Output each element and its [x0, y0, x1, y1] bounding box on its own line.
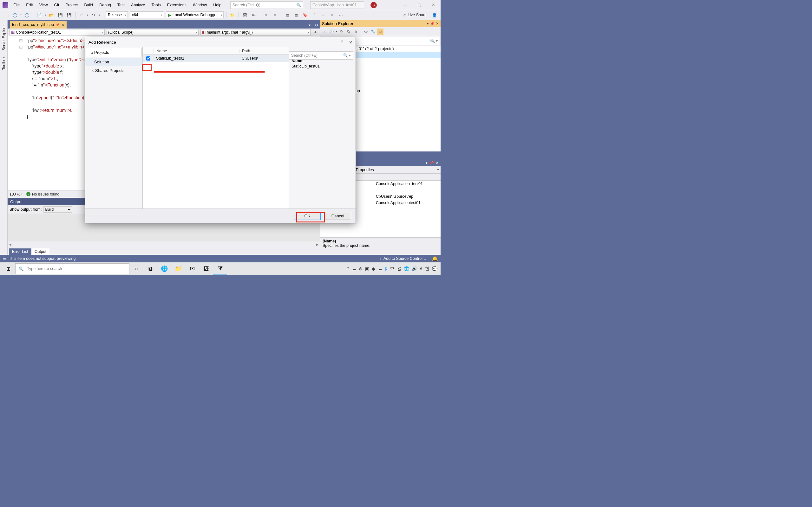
tray-action-icon[interactable]: 💬	[432, 266, 438, 271]
zoom-dropdown[interactable]: 100 % ▾	[9, 192, 22, 196]
minimize-button[interactable]: —	[398, 0, 412, 10]
menu-edit[interactable]: Edit	[23, 2, 36, 9]
taskview-icon[interactable]: ⧉	[143, 262, 157, 275]
indent-icon[interactable]: ≣	[293, 11, 300, 18]
tbx2-icon[interactable]: ⤵	[319, 11, 326, 18]
tab-close-icon[interactable]: ✕	[61, 22, 65, 27]
se-wrench-icon[interactable]: 🔧	[370, 29, 376, 35]
bell-icon[interactable]: 🔔	[432, 256, 438, 262]
source-control-button[interactable]: Add to Source Control	[384, 257, 422, 261]
scope-fn[interactable]: ◧ main(int argc, char * argv[])	[200, 29, 310, 36]
se-preview-icon[interactable]: ▭	[377, 29, 384, 35]
config-dropdown[interactable]: Release	[106, 11, 128, 18]
tray-shield-icon[interactable]: 🛡	[390, 266, 394, 271]
dialog-help-icon[interactable]: ?	[341, 40, 343, 45]
tray-printer-icon[interactable]: 🖨	[397, 266, 401, 271]
menu-test[interactable]: Test	[115, 2, 127, 9]
menu-build[interactable]: Build	[82, 2, 96, 9]
left-tab-toolbox[interactable]: Toolbox	[1, 54, 7, 72]
save-button[interactable]: 💾	[57, 11, 64, 18]
row-checkbox[interactable]	[146, 56, 150, 60]
split-plus-icon[interactable]: ✚	[312, 31, 318, 34]
explorer-icon[interactable]: 📁	[171, 262, 185, 275]
se-pin-icon[interactable]: 📌	[430, 21, 435, 26]
edge-icon[interactable]: 🌐	[157, 262, 171, 275]
nav-back-button[interactable]: ◯	[11, 11, 18, 18]
bookmark-icon[interactable]: 🔖	[302, 11, 309, 18]
nav-projects[interactable]: ◢Projects	[86, 48, 142, 57]
global-search-input[interactable]	[233, 3, 290, 7]
tray-cloud-icon[interactable]: ☁	[378, 266, 382, 271]
menu-view[interactable]: View	[37, 2, 50, 9]
tray-network-icon[interactable]: 🌐	[404, 266, 409, 271]
out-tab-error-list[interactable]: Error List	[9, 248, 32, 255]
user-avatar[interactable]: S	[370, 2, 377, 8]
nav-solution[interactable]: Solution	[85, 58, 142, 66]
new-item-button[interactable]: 📄	[36, 11, 43, 18]
account-icon[interactable]: 👤	[431, 11, 438, 18]
toolbar-img-icon[interactable]: 🖼	[241, 11, 248, 18]
scope-ns[interactable]: (Global Scope)	[107, 29, 199, 36]
se-home-icon[interactable]: ⌂	[321, 29, 328, 35]
prop-close-icon[interactable]: ✕	[436, 161, 439, 165]
pin-icon[interactable]: 📌	[56, 23, 59, 26]
prop-win-dropdown-icon[interactable]: ▾	[426, 161, 427, 165]
menu-git[interactable]: Git	[52, 2, 62, 9]
se-code-icon[interactable]: <>	[362, 29, 369, 35]
taskbar-search[interactable]: 🔍 Type here to search	[15, 263, 130, 274]
nav-fwd-button[interactable]: ◯	[23, 11, 31, 18]
left-tab-server-explorer[interactable]: Server Explorer	[1, 21, 7, 53]
outdent-icon[interactable]: ≣	[284, 11, 291, 18]
nav-shared[interactable]: ▷Shared Projects	[85, 66, 142, 75]
col-path[interactable]: Path	[239, 49, 289, 53]
tray-bluetooth-icon[interactable]: ᛒ	[385, 266, 387, 271]
menu-analyze[interactable]: Analyze	[129, 2, 148, 9]
toolbar-folder-icon[interactable]: 📁	[229, 11, 236, 18]
start-debug-button[interactable]: ▶ Local Windows Debugger	[166, 11, 223, 18]
menu-debug[interactable]: Debug	[97, 2, 113, 9]
tray-volume-icon[interactable]: 🔊	[412, 266, 417, 271]
liveshare-button[interactable]: ↗ Live Share	[403, 13, 426, 17]
undo-button[interactable]: ↶	[78, 11, 85, 18]
se-close-icon[interactable]: ✕	[436, 21, 439, 26]
tray-onedrive-icon[interactable]: ☁	[352, 266, 356, 271]
menu-project[interactable]: Project	[63, 2, 81, 9]
output-source-select[interactable]: Build	[44, 206, 72, 213]
overflow-icon[interactable]: ⋯	[337, 11, 344, 18]
solution-name-box[interactable]: ConsoleApp...tion_test01	[310, 1, 364, 9]
se-sync-icon[interactable]: ⟳	[338, 29, 345, 35]
hscroll-left-icon[interactable]: ◀	[9, 243, 11, 246]
stepin-icon[interactable]: ⎆	[271, 11, 278, 18]
global-search[interactable]: 🔍	[230, 1, 303, 9]
photos-icon[interactable]: 🖼	[199, 262, 213, 275]
out-tab-output[interactable]: Output	[32, 248, 50, 255]
menu-help[interactable]: Help	[211, 2, 224, 9]
prop-pin-icon[interactable]: 📌	[429, 161, 434, 165]
visualstudio-icon[interactable]: ⧩	[213, 262, 227, 275]
open-button[interactable]: 📂	[48, 11, 55, 18]
start-button[interactable]: ⊞	[1, 262, 15, 275]
se-showall-icon[interactable]: 🗎	[353, 29, 359, 35]
menu-window[interactable]: Window	[190, 2, 209, 9]
stepover-icon[interactable]: ⎆	[263, 11, 270, 18]
list-row[interactable]: StaticLib_test01 C:\Users\	[143, 55, 289, 62]
issues-indicator[interactable]: ✓ No issues found	[26, 192, 59, 196]
dialog-search[interactable]: Search (Ctrl+E) 🔍 ▾	[289, 51, 353, 60]
doc-tab[interactable]: test1_cxx_cc_mylib.cpp 📌 ✕	[10, 21, 67, 29]
menu-extensions[interactable]: Extensions	[165, 2, 189, 9]
menu-tools[interactable]: Tools	[149, 2, 163, 9]
cancel-button[interactable]: Cancel	[324, 212, 351, 220]
tray-ime-icon[interactable]: 한	[425, 266, 429, 272]
menu-file[interactable]: File	[11, 2, 22, 9]
ok-button[interactable]: OK	[294, 212, 321, 220]
close-button[interactable]: ✕	[426, 0, 441, 10]
dialog-close-icon[interactable]: ✕	[349, 40, 352, 45]
maximize-button[interactable]: ▢	[412, 0, 426, 10]
tray-security-x-icon[interactable]: ⊗	[359, 266, 362, 271]
tray-lang-a-icon[interactable]: A	[420, 266, 422, 271]
tab-dropdown-icon[interactable]: ▾	[306, 21, 313, 29]
platform-dropdown[interactable]: x64	[130, 11, 164, 18]
tray-gpu-icon[interactable]: ▣	[365, 266, 369, 271]
save-all-button[interactable]: 💾	[66, 11, 72, 18]
tray-diamond-icon[interactable]: ◆	[372, 266, 375, 271]
